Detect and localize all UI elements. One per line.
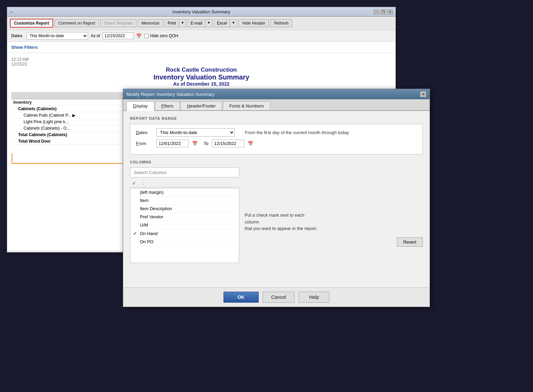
show-filters-bar: Show Filters: [7, 42, 395, 53]
check-header: ✓: [132, 180, 138, 186]
item-name: Item Description: [140, 206, 236, 211]
report-company: Rock Castle Construction: [11, 67, 391, 73]
to-calendar-icon[interactable]: 📅: [248, 141, 253, 146]
tab-display[interactable]: Display: [127, 101, 154, 111]
cancel-button[interactable]: Cancel: [263, 292, 295, 303]
columns-section: ✓ : (left margin) Item Item Description: [130, 168, 423, 263]
list-item[interactable]: On PO: [130, 238, 239, 246]
list-item[interactable]: (left margin): [130, 188, 239, 197]
filters-row: Dates This Month-to-date As of 📅 Hide ze…: [7, 30, 395, 42]
dialog-title: Modify Report: Inventory Valuation Summa…: [127, 92, 215, 97]
hide-zero-qoh-label: Hide zero QOH: [144, 33, 178, 38]
to-date-input[interactable]: [212, 140, 244, 147]
item-check: ✓: [133, 231, 140, 236]
report-title-text: Inventory Valuation Summary: [11, 73, 391, 81]
print-button[interactable]: Print: [165, 19, 179, 27]
date-range-box: Dates This Month-to-date From the first …: [130, 124, 423, 155]
email-split-button: E-mail ▼: [188, 19, 213, 27]
as-of-date-input[interactable]: [103, 32, 133, 39]
report-toolbar: Customize Report Comment on Report Share…: [7, 17, 395, 30]
from-calendar-icon[interactable]: 📅: [192, 141, 198, 146]
help-button[interactable]: Help: [299, 292, 329, 303]
report-meta: 12:13 AM 12/15/22: [11, 57, 391, 67]
dialog-tabs: Display Filters Header/Footer Fonts & Nu…: [123, 99, 430, 111]
columns-list-header: ✓ :: [130, 179, 239, 187]
dates-row-label: Dates: [136, 130, 153, 135]
columns-list-box: (left margin) Item Item Description Pref…: [130, 188, 239, 263]
email-button[interactable]: E-mail: [188, 19, 205, 27]
restore-btn[interactable]: ❒: [380, 10, 386, 14]
memorize-button[interactable]: Memorize: [138, 19, 163, 27]
item-name: On Hand: [140, 231, 236, 236]
list-item[interactable]: Item Description: [130, 205, 239, 213]
dialog-dates-select[interactable]: This Month-to-date: [156, 128, 235, 137]
dates-label: Dates: [11, 33, 23, 38]
columns-help-text: Put a check mark next to each columnthat…: [245, 212, 320, 232]
report-window-title: Inventory Valuation Summary: [172, 9, 230, 14]
search-columns-input[interactable]: [130, 168, 239, 177]
item-name: (left margin): [140, 190, 236, 195]
from-to-row: From 📅 To 📅: [136, 140, 417, 147]
item-name: Pref Vendor: [140, 214, 236, 219]
tab-header-footer[interactable]: Header/Footer: [181, 101, 222, 110]
drag-header: :: [143, 181, 144, 186]
as-of-label: As of: [91, 33, 100, 38]
hide-zero-qoh-checkbox[interactable]: [144, 34, 149, 38]
calendar-icon[interactable]: 📅: [136, 33, 142, 39]
to-label: To: [204, 141, 208, 146]
columns-right-panel: Put a check mark next to each columnthat…: [245, 168, 423, 263]
tab-filters[interactable]: Filters: [155, 101, 180, 110]
dialog-body: REPORT DATE RANGE Dates This Month-to-da…: [123, 111, 430, 268]
minimize-icon[interactable]: —: [10, 10, 13, 14]
report-titlebar: — Inventory Valuation Summary — ❒ ✕: [7, 7, 395, 17]
customize-report-button[interactable]: Customize Report: [10, 19, 53, 28]
share-template-button[interactable]: Share Template: [100, 19, 136, 27]
revert-button[interactable]: Revert: [397, 237, 423, 247]
tab-fonts-numbers[interactable]: Fonts & Numbers: [223, 101, 270, 110]
report-time: 12:13 AM: [11, 57, 391, 62]
ok-button[interactable]: OK: [224, 292, 259, 303]
dialog-footer: OK Cancel Help: [123, 287, 430, 307]
dates-select[interactable]: This Month-to-date: [27, 32, 88, 40]
print-split-button: Print ▼: [164, 19, 186, 27]
date-description: From the first day of the current month …: [245, 130, 349, 135]
comment-on-report-button[interactable]: Comment on Report: [55, 19, 99, 27]
report-header: Rock Castle Construction Inventory Valua…: [11, 67, 391, 87]
close-btn[interactable]: ✕: [387, 10, 393, 14]
excel-split-button: Excel ▼: [214, 19, 237, 27]
dates-row: Dates This Month-to-date From the first …: [136, 128, 417, 137]
list-item[interactable]: ✓ On Hand: [130, 229, 239, 238]
from-date-input[interactable]: [156, 140, 189, 147]
hide-header-button[interactable]: Hide Header: [239, 19, 269, 27]
item-name: U/M: [140, 222, 236, 228]
item-name: Item: [140, 198, 236, 203]
excel-button[interactable]: Excel: [214, 19, 230, 27]
dialog-titlebar: Modify Report: Inventory Valuation Summa…: [123, 89, 430, 99]
list-item[interactable]: U/M: [130, 221, 239, 229]
list-item[interactable]: Item: [130, 197, 239, 205]
window-controls: — ❒ ✕: [374, 10, 393, 14]
report-date-range-text: As of December 15, 2022: [11, 81, 391, 87]
columns-left-panel: ✓ : (left margin) Item Item Description: [130, 168, 239, 263]
from-label: From: [136, 141, 153, 146]
item-name: On PO: [140, 239, 236, 244]
columns-section-title: COLUMNS: [130, 160, 423, 164]
minimize-btn[interactable]: —: [374, 10, 379, 14]
report-date-range-section-title: REPORT DATE RANGE: [130, 116, 423, 120]
report-date: 12/15/22: [11, 62, 391, 67]
list-item[interactable]: Pref Vendor: [130, 213, 239, 221]
refresh-button[interactable]: Refresh: [270, 19, 292, 27]
print-dropdown-arrow[interactable]: ▼: [179, 19, 186, 27]
show-filters-link[interactable]: Show Filters: [11, 45, 38, 50]
modify-report-dialog: Modify Report: Inventory Valuation Summa…: [123, 89, 430, 307]
dialog-close-button[interactable]: ✕: [420, 91, 426, 97]
excel-dropdown-arrow[interactable]: ▼: [230, 19, 237, 27]
email-dropdown-arrow[interactable]: ▼: [205, 19, 212, 27]
